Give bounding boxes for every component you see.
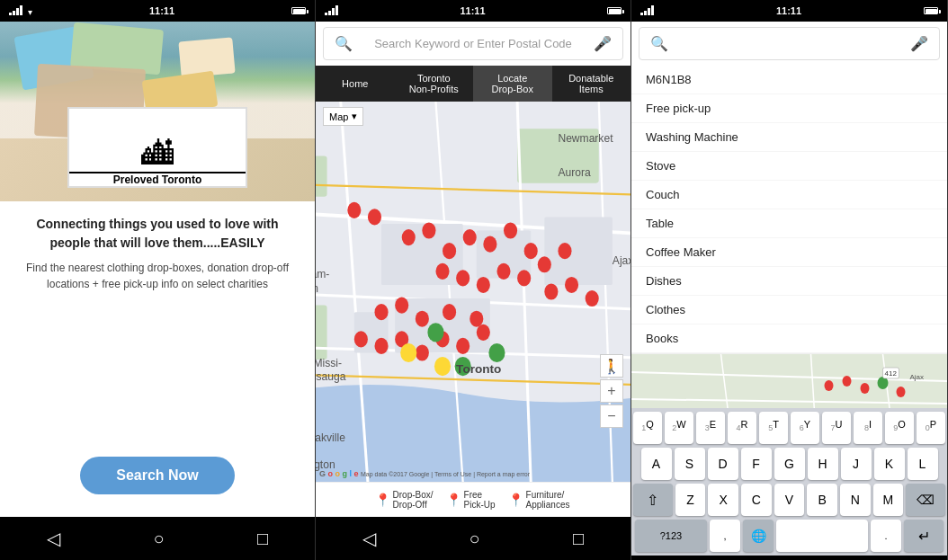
tab-home[interactable]: Home xyxy=(316,66,395,102)
autocomplete-item-5[interactable]: Table xyxy=(631,209,947,238)
back-button-2[interactable]: ◁ xyxy=(362,528,376,549)
home-button-2[interactable]: ○ xyxy=(469,529,479,549)
key-8[interactable]: 8I xyxy=(854,412,882,444)
search-bar-2[interactable]: 🔍 Search Keyword or Enter Postal Code 🎤 xyxy=(323,27,623,60)
key-c[interactable]: C xyxy=(741,484,772,516)
key-4[interactable]: 4R xyxy=(728,412,756,444)
map-partial-svg: 412 Ajax xyxy=(631,354,947,408)
mic-icon-2[interactable]: 🎤 xyxy=(594,35,612,52)
key-3[interactable]: 3E xyxy=(696,412,725,444)
tab-dropbox[interactable]: LocateDrop-Box xyxy=(473,66,552,102)
legend-pin-red: 📍 xyxy=(377,492,389,508)
map-type-selector[interactable]: Map ▾ xyxy=(323,107,363,126)
autocomplete-item-8[interactable]: Clothes xyxy=(631,296,947,324)
svg-point-24 xyxy=(524,243,538,259)
cn-tower-icon: 🏙 xyxy=(141,138,174,170)
comma-key[interactable]: , xyxy=(710,520,740,552)
key-1[interactable]: 1Q xyxy=(633,412,662,444)
key-b[interactable]: B xyxy=(807,484,837,516)
backspace-key[interactable]: ⌫ xyxy=(906,484,945,516)
autocomplete-item-4[interactable]: Couch xyxy=(631,181,947,209)
period-key[interactable]: . xyxy=(871,520,901,552)
zoom-in-button[interactable]: + xyxy=(600,379,623,403)
key-s[interactable]: S xyxy=(675,448,705,480)
map-data-text: Map data ©2017 Google | Terms of Use | R… xyxy=(361,470,530,478)
tab-nonprofits[interactable]: TorontoNon-Profits xyxy=(395,66,474,102)
google-logo: G o o g l e xyxy=(319,469,359,478)
key-k[interactable]: K xyxy=(874,448,905,480)
home-button-1[interactable]: ○ xyxy=(153,529,164,549)
map-copyright: Map data ©2017 Google | Terms of Use | R… xyxy=(361,471,530,477)
search-input-3[interactable] xyxy=(675,37,903,50)
map-area[interactable]: Newmarket Aurora Ajax Bram- pton Toronto… xyxy=(316,102,631,482)
spacebar[interactable] xyxy=(776,520,868,552)
key-g[interactable]: G xyxy=(774,448,805,480)
key-5[interactable]: 5T xyxy=(759,412,788,444)
svg-point-77 xyxy=(825,380,834,391)
svg-point-81 xyxy=(897,387,906,397)
svg-text:Missi-: Missi- xyxy=(316,357,342,369)
tagline-section: Connecting things you used to love with … xyxy=(18,215,297,292)
recent-button-2[interactable]: □ xyxy=(573,529,584,549)
autocomplete-item-1[interactable]: Free pick-up xyxy=(631,94,947,123)
svg-point-42 xyxy=(456,338,470,354)
legend-pin-green: 📍 xyxy=(448,492,461,508)
globe-key[interactable]: 🌐 xyxy=(743,520,774,552)
svg-point-49 xyxy=(427,323,443,342)
key-9[interactable]: 9O xyxy=(885,412,914,444)
key-v[interactable]: V xyxy=(774,484,805,516)
svg-point-31 xyxy=(558,243,571,259)
svg-point-27 xyxy=(477,277,490,293)
legend-furniture: 📍 Furniture/Appliances xyxy=(510,490,570,510)
key-x[interactable]: X xyxy=(708,484,738,516)
svg-point-47 xyxy=(565,277,578,293)
svg-point-29 xyxy=(517,270,531,286)
search-placeholder-2[interactable]: Search Keyword or Enter Postal Code xyxy=(360,37,586,50)
key-f[interactable]: F xyxy=(741,448,772,480)
tab-donatable[interactable]: DonatableItems xyxy=(552,66,631,102)
search-bar-3[interactable]: 🔍 🎤 xyxy=(639,27,940,60)
svg-text:Aurora: Aurora xyxy=(558,166,591,179)
key-0[interactable]: 0P xyxy=(917,412,945,444)
svg-point-78 xyxy=(843,376,852,387)
key-h[interactable]: H xyxy=(808,448,838,480)
shift-key[interactable]: ⇧ xyxy=(633,484,673,516)
tab-dropbox-label: LocateDrop-Box xyxy=(492,73,533,94)
person-control[interactable]: 🚶 xyxy=(600,354,623,378)
key-d[interactable]: D xyxy=(708,448,738,480)
key-z[interactable]: Z xyxy=(675,484,706,516)
nav-bar-2: ◁ ○ □ xyxy=(316,517,631,560)
key-6[interactable]: 6Y xyxy=(791,412,819,444)
autocomplete-item-9[interactable]: Books xyxy=(631,324,947,353)
sym-key[interactable]: ?123 xyxy=(635,520,707,552)
phone-1: ▾ 11:11 🏙 Preloved Toronto xyxy=(0,0,316,560)
mic-icon-3[interactable]: 🎤 xyxy=(910,35,928,52)
autocomplete-item-6[interactable]: Coffee Maker xyxy=(631,238,947,267)
svg-point-21 xyxy=(463,229,477,245)
key-n[interactable]: N xyxy=(840,484,871,516)
key-2[interactable]: 2W xyxy=(665,412,693,444)
map-controls: 🚶 + − xyxy=(600,354,623,428)
key-a[interactable]: A xyxy=(641,448,672,480)
autocomplete-item-2[interactable]: Washing Machine xyxy=(631,123,947,152)
key-7[interactable]: 7U xyxy=(822,412,851,444)
key-l[interactable]: L xyxy=(908,448,938,480)
key-m[interactable]: M xyxy=(873,484,904,516)
search-now-button[interactable]: Search Now xyxy=(80,457,235,494)
autocomplete-item-0[interactable]: M6N1B8 xyxy=(631,66,947,94)
keyboard[interactable]: 1Q 2W 3E 4R 5T 6Y 7U 8I 9O 0P A S D F G … xyxy=(631,408,947,556)
wifi-icon: ▾ xyxy=(28,7,32,17)
key-j[interactable]: J xyxy=(841,448,872,480)
back-button-1[interactable]: ◁ xyxy=(47,528,60,549)
time-display: 11:11 xyxy=(149,5,174,16)
svg-point-36 xyxy=(470,311,483,327)
autocomplete-item-7[interactable]: Dishes xyxy=(631,267,947,296)
zoom-out-button[interactable]: − xyxy=(600,404,623,428)
nav-bar-3: ◁ ○ □ xyxy=(631,556,947,560)
recent-button-1[interactable]: □ xyxy=(257,529,268,549)
keyboard-row-2: A S D F G H J K L xyxy=(633,448,945,480)
search-icon-2: 🔍 xyxy=(335,35,353,52)
autocomplete-item-3[interactable]: Stove xyxy=(631,152,947,181)
tab-donatable-label: DonatableItems xyxy=(568,73,613,94)
enter-key[interactable]: ↵ xyxy=(904,520,944,552)
